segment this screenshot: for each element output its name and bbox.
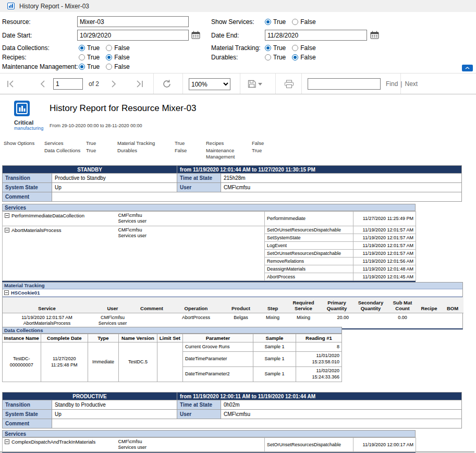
first-page-button[interactable] xyxy=(4,78,17,90)
radio-option-label: True xyxy=(273,54,286,61)
service-name: ComplexDispatchAndTrackInMaterials xyxy=(11,439,95,445)
data-collections-true-radio[interactable] xyxy=(79,45,85,51)
material-tracking-table: Service User Comment Operation Product S… xyxy=(3,297,463,328)
print-button[interactable] xyxy=(283,78,295,90)
refresh-icon xyxy=(162,79,172,89)
material-tracking-section: Material Tracking HSCookie01 Service Use… xyxy=(2,282,463,329)
column-header: Complete Date xyxy=(41,334,88,342)
zoom-select[interactable]: 100% xyxy=(189,78,230,90)
maintenance-false-radio[interactable] xyxy=(106,64,112,70)
previous-page-button[interactable] xyxy=(36,78,49,90)
toolbar-separator xyxy=(153,74,154,94)
service-event-name: AbortProcess xyxy=(265,273,353,280)
date-start-calendar-button[interactable] xyxy=(190,30,201,40)
save-icon xyxy=(248,80,256,88)
mt-comment xyxy=(134,313,169,328)
show-services-false-radio[interactable] xyxy=(292,19,298,25)
expand-toggle-icon[interactable] xyxy=(5,439,9,444)
durables-false-radio[interactable] xyxy=(292,54,298,60)
page-number-input[interactable] xyxy=(53,78,83,90)
radio-option-label: False xyxy=(300,54,315,61)
time-at-state-value: 0h02m xyxy=(221,400,462,410)
transition-value: Standby to Productive xyxy=(52,400,177,410)
show-option-name: Services xyxy=(43,140,85,147)
dc-parameter: DateTimeParameter2 xyxy=(182,367,253,382)
last-page-icon xyxy=(136,80,144,88)
service-event-name: RemoveRelations xyxy=(265,257,353,265)
system-state-label: System State xyxy=(3,410,52,419)
column-header: Required Service xyxy=(286,297,321,313)
user-value: CMF\cmfsu xyxy=(221,183,462,192)
printer-icon xyxy=(284,80,294,89)
mt-user-cell: CMF\cmfsu Services user xyxy=(91,313,134,328)
service-event-name: LogEvent xyxy=(265,241,353,249)
service-event-name: SetOrUnsetResourcesDispatchable xyxy=(265,226,353,234)
service-event-time: 11/19/2020 12:01:45 AM xyxy=(353,273,416,280)
mt-user-role: Services user xyxy=(92,321,133,327)
collapse-parameters-button[interactable] xyxy=(462,65,473,71)
services-table: PerformImmediateDataCollection CMF\cmfsu… xyxy=(2,211,416,281)
dc-sample: Sample 1 xyxy=(253,342,296,352)
durables-true-radio[interactable] xyxy=(265,54,271,60)
show-services-true-radio[interactable] xyxy=(265,19,271,25)
column-header: Instance Name xyxy=(3,334,41,342)
dc-limit-set xyxy=(157,342,182,382)
service-user: CMF\cmfsu Services user xyxy=(116,212,265,226)
maintenance-true-radio[interactable] xyxy=(79,64,85,70)
expand-toggle-icon[interactable] xyxy=(4,290,9,295)
date-end-calendar-button[interactable] xyxy=(369,30,380,40)
expand-toggle-icon[interactable] xyxy=(5,213,9,218)
mt-bom xyxy=(442,313,463,328)
find-link[interactable]: Find xyxy=(386,80,398,88)
comment-label: Comment xyxy=(3,192,52,202)
parameters-panel: Resource: Show Services: True False Date… xyxy=(0,12,476,73)
column-header: Name Version xyxy=(119,334,157,342)
system-state-value: Up xyxy=(52,410,177,419)
next-page-button[interactable] xyxy=(107,78,120,90)
column-header: Service xyxy=(3,297,91,313)
material-tracking-true-radio[interactable] xyxy=(265,45,271,51)
resource-input[interactable] xyxy=(77,16,189,27)
last-page-button[interactable] xyxy=(133,78,146,90)
column-header: Parameter xyxy=(182,334,253,342)
find-next-link[interactable]: Next xyxy=(405,80,418,88)
service-event-time: 11/19/2020 12:01:57 AM xyxy=(353,234,416,241)
export-button[interactable] xyxy=(246,78,264,90)
find-input[interactable] xyxy=(308,78,381,90)
service-user-role: Services user xyxy=(118,445,263,450)
service-name: PerformImmediateDataCollection xyxy=(11,213,84,218)
mt-recipe xyxy=(417,313,442,328)
page-count-label: of 2 xyxy=(89,80,99,88)
mt-sub-mat-count: 0.00 xyxy=(388,313,417,328)
service-event-name: DeassignMaterials xyxy=(265,265,353,273)
dc-parameter: DateTimeParameter xyxy=(182,352,253,367)
productive-state-table: PRODUCTIVE from 11/19/2020 12:00:11 AM t… xyxy=(2,392,462,428)
data-collections-table: Instance Name Complete Date Type Name Ve… xyxy=(2,334,342,382)
mt-step: Mixing xyxy=(259,313,286,328)
dc-reading: 11/01/2020 15:23:58.010 xyxy=(296,352,341,367)
mt-service-name: AbortMaterialsProcess xyxy=(4,321,90,327)
date-start-label: Date Start: xyxy=(2,32,32,39)
service-row: ComplexDispatchAndTrackInMaterials xyxy=(3,438,116,452)
date-end-input[interactable] xyxy=(265,30,367,41)
mt-required-service: Mixing xyxy=(286,313,321,328)
state-name: PRODUCTIVE xyxy=(3,393,177,400)
show-services-label: Show Services: xyxy=(211,18,254,26)
time-at-state-value: 215h28m xyxy=(221,174,462,183)
expand-toggle-icon[interactable] xyxy=(5,228,9,232)
show-option-name: Recipes xyxy=(205,140,251,147)
chevron-left-icon xyxy=(40,80,45,88)
window-title: History Report - Mixer-03 xyxy=(19,3,89,10)
data-collections-false-radio[interactable] xyxy=(106,45,112,51)
material-tracking-false-radio[interactable] xyxy=(292,45,298,51)
radio-option-label: False xyxy=(114,44,129,52)
service-user-role: Services user xyxy=(118,233,263,239)
mt-service-time: 11/19/2020 12:01:57 AM xyxy=(4,315,90,321)
date-start-input[interactable] xyxy=(77,30,189,41)
recipes-true-radio[interactable] xyxy=(79,54,85,60)
refresh-button[interactable] xyxy=(161,78,173,90)
page-bottom-divider xyxy=(0,451,474,452)
radio-option-label: False xyxy=(114,54,129,61)
recipes-false-radio[interactable] xyxy=(106,54,112,60)
service-name: AbortMaterialsProcess xyxy=(11,227,62,233)
